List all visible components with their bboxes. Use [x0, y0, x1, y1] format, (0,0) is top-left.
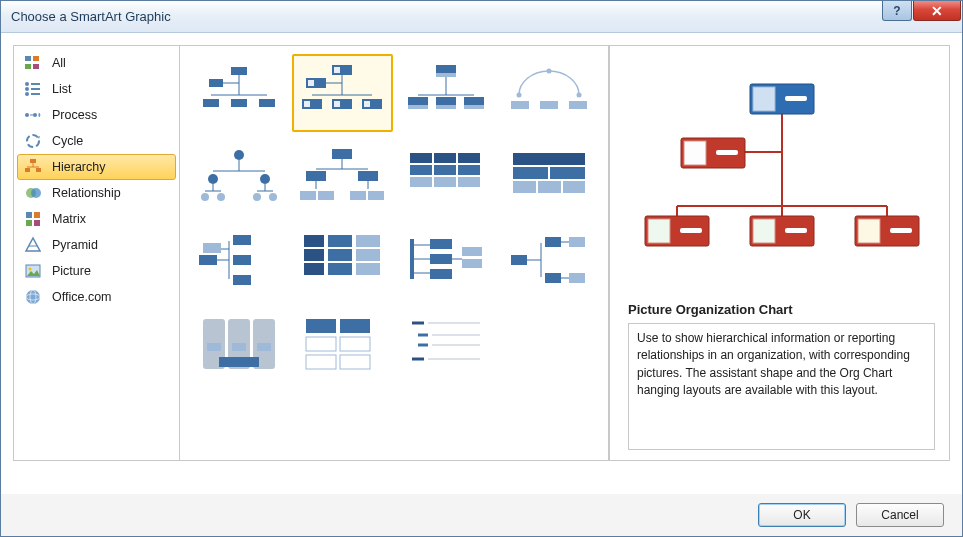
svg-rect-117	[328, 235, 352, 247]
gallery-thumb-name-title-org-chart[interactable]	[395, 54, 497, 132]
cycle-icon	[24, 132, 42, 150]
svg-rect-102	[550, 167, 585, 179]
sidebar-item-relationship[interactable]: Relationship	[14, 180, 179, 206]
gallery-thumb-horizontal-hierarchy[interactable]	[395, 222, 497, 300]
ok-button[interactable]: OK	[758, 503, 846, 527]
svg-rect-129	[430, 269, 452, 279]
svg-rect-16	[25, 168, 30, 172]
svg-rect-0	[25, 56, 31, 61]
category-sidebar: All List Process Cycle Hierarchy Relatio…	[13, 45, 179, 461]
sidebar-item-label: Matrix	[52, 212, 86, 226]
svg-rect-110	[233, 255, 251, 265]
svg-rect-94	[410, 165, 432, 175]
svg-rect-51	[436, 65, 456, 73]
sidebar-item-picture[interactable]: Picture	[14, 258, 179, 284]
svg-rect-183	[890, 228, 912, 233]
svg-point-27	[26, 290, 40, 304]
sidebar-item-label: List	[52, 82, 71, 96]
svg-point-19	[31, 188, 41, 198]
sidebar-item-cycle[interactable]: Cycle	[14, 128, 179, 154]
svg-rect-140	[569, 237, 585, 247]
gallery-thumb-horizontal-multi-level[interactable]	[292, 222, 394, 300]
close-icon: ✕	[931, 3, 943, 19]
smartart-dialog: Choose a SmartArt Graphic ? ✕ All List P…	[0, 0, 963, 537]
svg-rect-171	[785, 96, 807, 101]
process-icon	[24, 106, 42, 124]
svg-rect-179	[753, 219, 775, 243]
hierarchy-icon	[24, 158, 42, 176]
svg-rect-99	[458, 177, 480, 187]
titlebar: Choose a SmartArt Graphic ? ✕	[1, 1, 962, 33]
svg-rect-103	[513, 181, 536, 193]
svg-rect-87	[300, 191, 316, 200]
gallery-thumb-horizontal-labeled[interactable]	[499, 222, 601, 300]
gallery-thumb-table-hierarchy[interactable]	[499, 138, 601, 216]
svg-point-6	[25, 87, 29, 91]
svg-point-78	[253, 193, 261, 201]
gallery-thumb-hierarchy-list[interactable]	[395, 306, 497, 384]
sidebar-item-matrix[interactable]: Matrix	[14, 206, 179, 232]
sidebar-item-label: Cycle	[52, 134, 83, 148]
svg-rect-98	[434, 177, 456, 187]
preview-description: Use to show hierarchical information or …	[628, 323, 935, 450]
sidebar-item-label: Office.com	[52, 290, 112, 304]
svg-rect-153	[306, 355, 336, 369]
list-icon	[24, 80, 42, 98]
sidebar-item-pyramid[interactable]: Pyramid	[14, 232, 179, 258]
svg-rect-66	[569, 101, 587, 109]
svg-rect-131	[462, 247, 482, 256]
help-button[interactable]: ?	[882, 1, 912, 21]
svg-rect-59	[464, 97, 484, 105]
sidebar-item-office-com[interactable]: Office.com	[14, 284, 179, 310]
sidebar-item-hierarchy[interactable]: Hierarchy	[17, 154, 176, 180]
svg-rect-115	[304, 249, 324, 261]
svg-rect-125	[430, 239, 452, 249]
svg-rect-145	[207, 343, 221, 351]
svg-rect-105	[563, 181, 585, 193]
gallery-thumb-picture-org-chart[interactable]	[292, 54, 394, 132]
svg-rect-109	[233, 235, 251, 245]
gallery-thumb-lined-list[interactable]	[188, 306, 290, 384]
svg-point-71	[260, 174, 270, 184]
svg-point-70	[208, 174, 218, 184]
all-icon	[24, 54, 42, 72]
gallery-thumb-horizontal-org-chart[interactable]	[188, 222, 290, 300]
svg-rect-90	[368, 191, 384, 200]
svg-rect-20	[26, 212, 32, 218]
gallery-thumb-circle-picture-hierarchy[interactable]	[188, 138, 290, 216]
svg-point-4	[25, 82, 29, 86]
svg-rect-180	[785, 228, 807, 233]
preview-title: Picture Organization Chart	[628, 302, 935, 317]
svg-rect-170	[753, 87, 775, 111]
svg-rect-35	[203, 99, 219, 107]
gallery-thumb-hierarchy[interactable]	[292, 138, 394, 216]
svg-rect-5	[31, 83, 40, 85]
gallery-thumb-half-circle-org-chart[interactable]	[499, 54, 601, 132]
gallery-thumb-labeled-hierarchy[interactable]	[395, 138, 497, 216]
svg-rect-91	[410, 153, 432, 163]
sidebar-item-process[interactable]: Process	[14, 102, 179, 128]
svg-rect-65	[540, 101, 558, 109]
svg-rect-137	[545, 273, 561, 283]
svg-rect-100	[513, 153, 585, 165]
svg-point-79	[269, 193, 277, 201]
preview-image	[628, 56, 935, 286]
svg-rect-7	[31, 88, 40, 90]
sidebar-item-all[interactable]: All	[14, 50, 179, 76]
svg-rect-3	[33, 64, 39, 69]
gallery-thumb-org-chart[interactable]	[188, 54, 290, 132]
relationship-icon	[24, 184, 42, 202]
pyramid-icon	[24, 236, 42, 254]
sidebar-item-list[interactable]: List	[14, 76, 179, 102]
svg-rect-113	[203, 243, 221, 253]
svg-rect-56	[408, 105, 428, 109]
svg-rect-176	[648, 219, 670, 243]
close-button[interactable]: ✕	[913, 1, 961, 21]
svg-rect-93	[458, 153, 480, 163]
gallery-thumb-architecture-layout[interactable]	[292, 306, 394, 384]
sidebar-item-label: Picture	[52, 264, 91, 278]
help-icon: ?	[893, 4, 900, 18]
svg-rect-58	[436, 105, 456, 109]
svg-rect-33	[209, 79, 223, 87]
cancel-button[interactable]: Cancel	[856, 503, 944, 527]
